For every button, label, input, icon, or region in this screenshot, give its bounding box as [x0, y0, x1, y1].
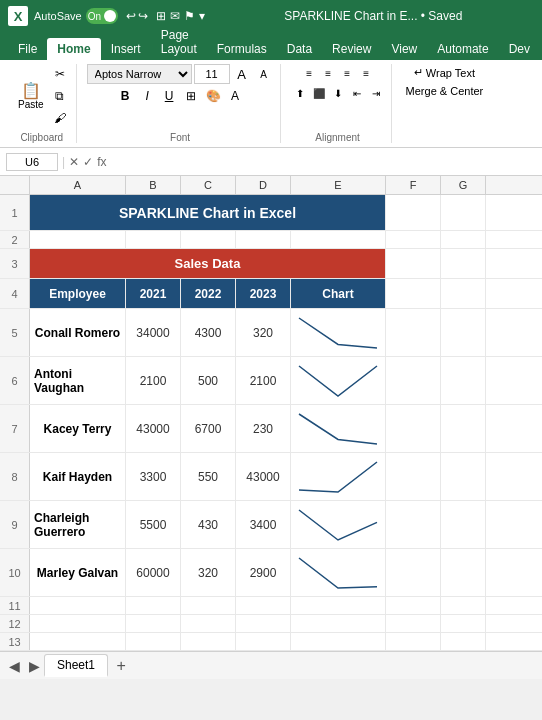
col-header-b[interactable]: B	[126, 176, 181, 194]
format-painter-button[interactable]: 🖌	[50, 108, 70, 128]
title-cell[interactable]: SPARKLINE Chart in Excel	[30, 195, 386, 230]
cell-3g[interactable]	[441, 249, 486, 278]
align-distributed-button[interactable]: ≡	[357, 64, 375, 82]
paste-button[interactable]: 📋 Paste	[14, 81, 48, 112]
sheet-nav-right[interactable]: ▶	[24, 656, 44, 676]
tab-dev[interactable]: Dev	[499, 38, 540, 60]
cell-2d[interactable]	[236, 231, 291, 248]
cell-2022-2[interactable]: 6700	[181, 405, 236, 452]
cell-2f[interactable]	[386, 231, 441, 248]
cell-f-5[interactable]	[386, 549, 441, 596]
tab-automate[interactable]: Automate	[427, 38, 498, 60]
font-size-input[interactable]	[194, 64, 230, 84]
cancel-formula-icon[interactable]: ✕	[69, 155, 79, 169]
cell-2022-1[interactable]: 500	[181, 357, 236, 404]
cell-name-1[interactable]: Antoni Vaughan	[30, 357, 126, 404]
cell-name-5[interactable]: Marley Galvan	[30, 549, 126, 596]
tab-page-layout[interactable]: Page Layout	[151, 24, 207, 60]
cell-name-3[interactable]: Kaif Hayden	[30, 453, 126, 500]
cell-2023-0[interactable]: 320	[236, 309, 291, 356]
sparkline-5[interactable]	[291, 549, 386, 596]
align-left-button[interactable]: ≡	[300, 64, 318, 82]
cell-2021-0[interactable]: 34000	[126, 309, 181, 356]
cell-g-5[interactable]	[441, 549, 486, 596]
undo-icon[interactable]: ↩	[126, 9, 136, 23]
redo-icon[interactable]: ↪	[138, 9, 148, 23]
col-header-d[interactable]: D	[236, 176, 291, 194]
indent-inc-button[interactable]: ⇥	[367, 84, 385, 102]
tab-review[interactable]: Review	[322, 38, 381, 60]
tab-home[interactable]: Home	[47, 38, 100, 60]
sparkline-3[interactable]	[291, 453, 386, 500]
underline-button[interactable]: U	[159, 86, 179, 106]
sparkline-1[interactable]	[291, 357, 386, 404]
font-family-select[interactable]: Aptos Narrow	[87, 64, 192, 84]
cell-2g[interactable]	[441, 231, 486, 248]
cell-1f[interactable]	[386, 195, 441, 230]
wrap-text-button[interactable]: ↵ Wrap Text	[408, 64, 481, 81]
autosave-toggle[interactable]: On	[86, 8, 118, 24]
col-header-c[interactable]: C	[181, 176, 236, 194]
tab-formulas[interactable]: Formulas	[207, 38, 277, 60]
add-sheet-button[interactable]: +	[110, 655, 132, 677]
cell-g-3[interactable]	[441, 453, 486, 500]
cut-button[interactable]: ✂	[50, 64, 70, 84]
sparkline-4[interactable]	[291, 501, 386, 548]
sales-data-cell[interactable]: Sales Data	[30, 249, 386, 278]
align-right-button[interactable]: ≡	[338, 64, 356, 82]
cell-2022-5[interactable]: 320	[181, 549, 236, 596]
cell-1g[interactable]	[441, 195, 486, 230]
cell-name-0[interactable]: Conall Romero	[30, 309, 126, 356]
cell-2021-3[interactable]: 3300	[126, 453, 181, 500]
formula-input[interactable]	[110, 155, 536, 169]
cell-f-0[interactable]	[386, 309, 441, 356]
tab-insert[interactable]: Insert	[101, 38, 151, 60]
cell-reference-input[interactable]	[6, 153, 58, 171]
cell-g-1[interactable]	[441, 357, 486, 404]
cell-2022-3[interactable]: 550	[181, 453, 236, 500]
email-icon[interactable]: ✉	[170, 9, 180, 23]
header-chart[interactable]: Chart	[291, 279, 386, 308]
font-size-up-button[interactable]: A	[232, 64, 252, 84]
cell-2b[interactable]	[126, 231, 181, 248]
table-icon[interactable]: ⊞	[156, 9, 166, 23]
header-2021[interactable]: 2021	[126, 279, 181, 308]
cell-g-4[interactable]	[441, 501, 486, 548]
tab-data[interactable]: Data	[277, 38, 322, 60]
bold-button[interactable]: B	[115, 86, 135, 106]
cell-2021-5[interactable]: 60000	[126, 549, 181, 596]
align-bottom-button[interactable]: ⬇	[329, 84, 347, 102]
cell-2021-4[interactable]: 5500	[126, 501, 181, 548]
cell-2023-4[interactable]: 3400	[236, 501, 291, 548]
merge-center-button[interactable]: Merge & Center	[402, 83, 488, 99]
cell-2023-2[interactable]: 230	[236, 405, 291, 452]
sheet-nav-left[interactable]: ◀	[4, 656, 24, 676]
cell-2021-1[interactable]: 2100	[126, 357, 181, 404]
col-header-e[interactable]: E	[291, 176, 386, 194]
cell-2a[interactable]	[30, 231, 126, 248]
header-employee[interactable]: Employee	[30, 279, 126, 308]
cell-2023-3[interactable]: 43000	[236, 453, 291, 500]
insert-function-icon[interactable]: fx	[97, 155, 106, 169]
indent-dec-button[interactable]: ⇤	[348, 84, 366, 102]
align-middle-button[interactable]: ⬛	[310, 84, 328, 102]
font-size-down-button[interactable]: A	[254, 64, 274, 84]
cell-f-1[interactable]	[386, 357, 441, 404]
col-header-a[interactable]: A	[30, 176, 126, 194]
cell-2023-1[interactable]: 2100	[236, 357, 291, 404]
cell-4f[interactable]	[386, 279, 441, 308]
fill-color-button[interactable]: 🎨	[203, 86, 223, 106]
header-2023[interactable]: 2023	[236, 279, 291, 308]
cell-f-4[interactable]	[386, 501, 441, 548]
filter-icon[interactable]: ⚑	[184, 9, 195, 23]
cell-f-3[interactable]	[386, 453, 441, 500]
header-2022[interactable]: 2022	[181, 279, 236, 308]
cell-2c[interactable]	[181, 231, 236, 248]
cell-name-4[interactable]: Charleigh Guerrero	[30, 501, 126, 548]
italic-button[interactable]: I	[137, 86, 157, 106]
col-header-f[interactable]: F	[386, 176, 441, 194]
cell-2022-4[interactable]: 430	[181, 501, 236, 548]
cell-2022-0[interactable]: 4300	[181, 309, 236, 356]
cell-3f[interactable]	[386, 249, 441, 278]
sparkline-0[interactable]	[291, 309, 386, 356]
